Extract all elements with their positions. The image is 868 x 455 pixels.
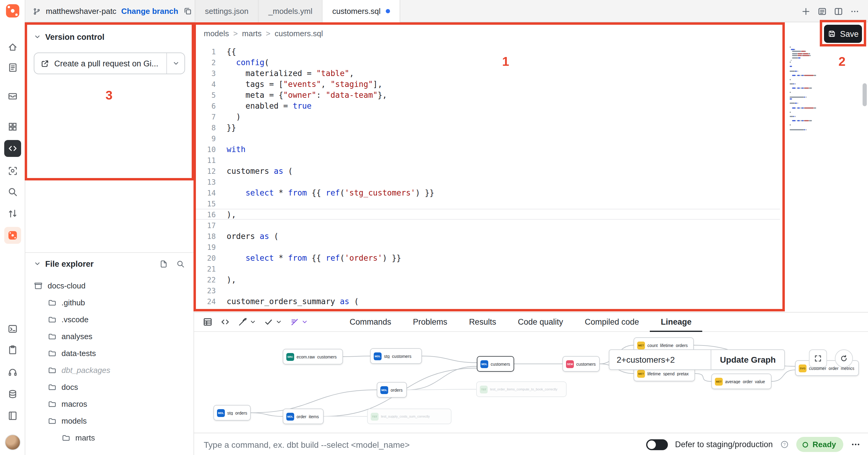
- new-tab-plus-icon[interactable]: [801, 6, 811, 16]
- panel-tab-lineage[interactable]: Lineage: [650, 313, 702, 332]
- copy-icon[interactable]: [183, 7, 192, 16]
- code-line[interactable]: 9: [194, 133, 780, 144]
- update-graph-button[interactable]: Update Graph: [711, 350, 784, 369]
- test-button[interactable]: [264, 317, 282, 327]
- graph-selector-input[interactable]: 2+customers+2: [610, 350, 711, 369]
- lineage-node-customers[interactable]: SEMcustomers: [562, 356, 600, 372]
- lineage-node-order_items[interactable]: MDLorder_items: [283, 408, 324, 424]
- code-line[interactable]: 11: [194, 154, 780, 165]
- code-line[interactable]: 15: [194, 198, 780, 209]
- file-tree-item-docs-cloud[interactable]: docs-cloud: [25, 277, 193, 294]
- breadcrumb-item[interactable]: models: [204, 29, 229, 38]
- code-line[interactable]: 6 enabled = true: [194, 100, 780, 111]
- panel-tab-commands[interactable]: Commands: [339, 313, 402, 332]
- notebook-icon[interactable]: [4, 59, 21, 76]
- lineage-node-stg_orders[interactable]: MDLstg_orders: [213, 405, 251, 421]
- command-input[interactable]: Type a command, ex. dbt build --select <…: [204, 433, 410, 455]
- lineage-node-test_order_items_compute_to_book_correctly[interactable]: TSTtest_order_items_compute_to_book_corr…: [476, 381, 567, 397]
- tab-_models.yml[interactable]: _models.yml: [259, 0, 323, 22]
- format-button[interactable]: [289, 317, 308, 327]
- search-code-icon[interactable]: [4, 183, 21, 200]
- code-line[interactable]: 20 select * from {{ ref('orders') }}: [194, 252, 780, 263]
- code-line[interactable]: 18orders as (: [194, 230, 780, 241]
- breadcrumb-item[interactable]: customers.sql: [275, 29, 323, 38]
- save-button[interactable]: Save: [824, 25, 862, 43]
- help-icon[interactable]: ?: [780, 440, 789, 449]
- refresh-button[interactable]: [835, 349, 853, 368]
- code-editor-icon[interactable]: [4, 140, 21, 157]
- file-tree-item-data-tests[interactable]: data-tests: [25, 345, 193, 362]
- lineage-node-ecom.raw_customers[interactable]: SRCecom.raw_customers: [283, 349, 343, 365]
- code-line[interactable]: 8}}: [194, 122, 780, 133]
- minimap[interactable]: [789, 47, 857, 173]
- fullscreen-button[interactable]: [809, 349, 827, 368]
- code-line[interactable]: 10with: [194, 144, 780, 154]
- code-editor[interactable]: models>marts>customers.sql Save 1{{2 con…: [194, 22, 868, 312]
- panel-tab-results[interactable]: Results: [458, 313, 507, 332]
- breadcrumb-item[interactable]: marts: [242, 29, 261, 38]
- create-pull-request-button[interactable]: Create a pull request on Gi...: [34, 53, 185, 74]
- docs-book-icon[interactable]: [4, 407, 21, 424]
- compiled-code-icon[interactable]: [220, 317, 230, 327]
- code-line[interactable]: 1{{: [194, 46, 780, 57]
- clipboard-icon[interactable]: [4, 342, 21, 359]
- code-line[interactable]: 2 config(: [194, 57, 780, 67]
- file-tree-item-.vscode[interactable]: .vscode: [25, 311, 193, 328]
- file-tree-item-macros[interactable]: macros: [25, 395, 193, 412]
- search-icon[interactable]: [176, 259, 185, 268]
- scan-icon[interactable]: [4, 162, 21, 179]
- split-panel-icon[interactable]: [834, 6, 843, 16]
- support-headset-icon[interactable]: [4, 364, 21, 381]
- panel-tab-compiled-code[interactable]: Compiled code: [574, 313, 650, 332]
- file-tree-item-analyses[interactable]: analyses: [25, 328, 193, 345]
- editor-scrollbar[interactable]: [863, 83, 867, 106]
- lineage-canvas[interactable]: 2+customers+2 Update Graph SRCecom.raw_c…: [194, 332, 868, 433]
- code-line[interactable]: 21: [194, 263, 780, 274]
- file-tree-item-.github[interactable]: .github: [25, 294, 193, 311]
- code-line[interactable]: 22),: [194, 274, 780, 285]
- home-icon[interactable]: [4, 39, 21, 56]
- more-menu-icon[interactable]: [850, 6, 860, 16]
- code-line[interactable]: 13: [194, 176, 780, 187]
- database-icon[interactable]: [4, 386, 21, 402]
- change-branch-link[interactable]: Change branch: [121, 7, 178, 16]
- lineage-node-orders[interactable]: MDLorders: [377, 382, 407, 398]
- chevron-down-icon[interactable]: [34, 260, 41, 267]
- code-line[interactable]: 17: [194, 220, 780, 230]
- chevron-down-icon[interactable]: [34, 33, 41, 40]
- terminal-icon[interactable]: [4, 320, 21, 337]
- code-lines[interactable]: 1{{2 config(3 materialized = "table",4 t…: [194, 46, 868, 307]
- code-line[interactable]: 14 select * from {{ ref('stg_customers')…: [194, 187, 780, 198]
- tab-settings.json[interactable]: settings.json: [195, 0, 259, 22]
- code-line[interactable]: 12customers as (: [194, 165, 780, 176]
- file-tree-item-docs[interactable]: docs: [25, 378, 193, 395]
- lineage-node-customers[interactable]: MDLcustomers: [477, 356, 514, 372]
- user-avatar[interactable]: [5, 434, 21, 450]
- archive-icon[interactable]: [4, 87, 21, 105]
- compare-icon[interactable]: [4, 205, 21, 222]
- status-badge[interactable]: Ready: [796, 437, 843, 452]
- lineage-node-test_supply_costs_sum_correctly[interactable]: TSTtest_supply_costs_sum_correctly: [367, 408, 452, 424]
- results-table-icon[interactable]: [203, 317, 213, 327]
- code-line[interactable]: 23: [194, 285, 780, 296]
- code-line[interactable]: 3 materialized = "table",: [194, 67, 780, 79]
- tab-customers.sql[interactable]: customers.sql: [322, 0, 400, 22]
- panel-tab-problems[interactable]: Problems: [402, 313, 458, 332]
- grid-icon[interactable]: [4, 118, 21, 135]
- code-line[interactable]: 7 ): [194, 111, 780, 122]
- code-line[interactable]: 24customer_orders_summary as (: [194, 296, 780, 307]
- panel-list-icon[interactable]: [817, 6, 827, 16]
- file-tree-item-marts[interactable]: marts: [25, 429, 193, 446]
- code-line[interactable]: 19: [194, 241, 780, 252]
- defer-toggle[interactable]: [646, 439, 668, 450]
- pr-dropdown-chevron[interactable]: [166, 53, 184, 74]
- lineage-node-average_order_value[interactable]: METaverage_order_value: [711, 373, 772, 389]
- file-tree-item-models[interactable]: models: [25, 412, 193, 429]
- code-line[interactable]: 4 tags = ["events", "staging"],: [194, 79, 780, 89]
- dbt-extension-icon[interactable]: [4, 227, 21, 244]
- code-line[interactable]: 16),: [194, 209, 780, 220]
- lineage-node-stg_customers[interactable]: MDLstg_customers: [370, 348, 422, 364]
- new-file-icon[interactable]: [159, 259, 168, 268]
- build-button[interactable]: [238, 317, 256, 327]
- panel-tab-code-quality[interactable]: Code quality: [507, 313, 574, 332]
